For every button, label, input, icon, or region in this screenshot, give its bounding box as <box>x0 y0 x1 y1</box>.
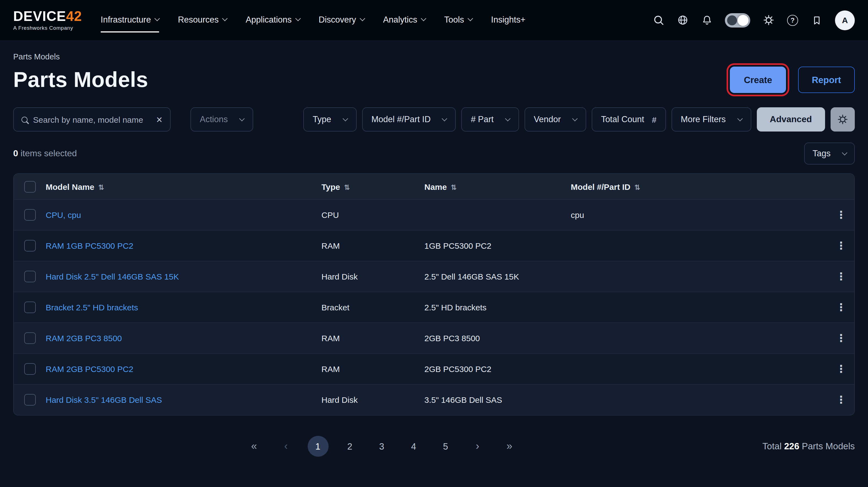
row-menu-cell: ⋮ <box>828 395 854 405</box>
cell-type: Hard Disk <box>321 395 424 404</box>
cell-name: 3.5" 146GB Dell SAS <box>424 395 571 404</box>
avatar[interactable]: A <box>835 10 855 30</box>
search-input[interactable] <box>33 115 151 124</box>
chevron-down-icon <box>239 116 245 121</box>
next-page-button[interactable]: › <box>467 436 488 457</box>
cell-name: 1GB PC5300 PC2 <box>424 241 571 250</box>
main-nav: Infrastructure Resources Applications Di… <box>101 0 525 40</box>
model-name-link[interactable]: RAM 2GB PC3 8500 <box>46 333 122 343</box>
column-header-type[interactable]: Type⇅ <box>321 182 424 191</box>
model-name-link[interactable]: Hard Disk 2.5" Dell 146GB SAS 15K <box>46 272 179 281</box>
row-checkbox[interactable] <box>24 271 35 282</box>
help-icon-glyph: ? <box>787 14 798 26</box>
page-number-button[interactable]: 5 <box>435 436 456 457</box>
search-icon <box>22 117 28 123</box>
select-all-checkbox[interactable] <box>24 181 35 192</box>
nav-item-label: Insights+ <box>491 14 525 25</box>
cell-name: 2.5" Dell 146GB SAS 15K <box>424 272 571 281</box>
kebab-menu-icon[interactable]: ⋮ <box>836 364 846 374</box>
report-button[interactable]: Report <box>798 67 855 93</box>
page-number-button[interactable]: 4 <box>403 436 424 457</box>
title-row: Parts Models Create Report <box>13 67 855 93</box>
nav-item[interactable]: Applications <box>246 8 300 32</box>
row-checkbox[interactable] <box>24 240 35 252</box>
page-number-button[interactable]: 2 <box>339 436 360 457</box>
column-header-part-id[interactable]: Model #/Part ID⇅ <box>571 182 828 191</box>
kebab-menu-icon[interactable]: ⋮ <box>836 302 846 313</box>
model-name-link[interactable]: RAM 1GB PC5300 PC2 <box>46 241 133 250</box>
row-menu-cell: ⋮ <box>828 302 854 313</box>
first-page-button[interactable]: « <box>244 436 265 457</box>
table-row: RAM 2GB PC3 8500 RAM 2GB PC3 8500 ⋮ <box>14 322 854 353</box>
tags-dropdown[interactable]: Tags <box>804 142 855 165</box>
kebab-menu-icon[interactable]: ⋮ <box>836 210 846 220</box>
bookmark-icon[interactable] <box>811 14 823 26</box>
sort-icon[interactable]: ⇅ <box>634 183 641 191</box>
chevron-down-icon <box>468 16 473 21</box>
page-number-button[interactable]: 1 <box>307 436 328 457</box>
help-icon[interactable]: ? <box>786 14 799 26</box>
column-header-name[interactable]: Name⇅ <box>424 182 571 191</box>
filter-dropdown[interactable]: Model #/Part ID <box>362 107 456 132</box>
column-label: Model Name <box>46 182 94 191</box>
row-checkbox-cell <box>14 301 46 313</box>
row-checkbox[interactable] <box>24 332 35 344</box>
page-number-button[interactable]: 3 <box>371 436 392 457</box>
row-checkbox[interactable] <box>24 301 35 313</box>
cell-type: RAM <box>321 333 424 343</box>
bell-icon[interactable] <box>701 14 713 26</box>
table-body: CPU, cpu CPU cpu ⋮ RAM 1GB PC5300 PC2 RA… <box>14 199 854 415</box>
filter-dropdown[interactable]: # Part <box>462 107 519 132</box>
nav-item[interactable]: Discovery <box>319 8 364 32</box>
row-checkbox[interactable] <box>24 363 35 375</box>
nav-item[interactable]: Infrastructure <box>101 8 159 32</box>
column-label: Type <box>321 182 340 191</box>
table-settings-button[interactable] <box>831 107 855 132</box>
cell-type: RAM <box>321 364 424 374</box>
model-name-link[interactable]: Hard Disk 3.5" 146GB Dell SAS <box>46 395 162 404</box>
model-name-link[interactable]: Bracket 2.5" HD brackets <box>46 303 138 312</box>
filter-dropdown[interactable]: Vendor <box>525 107 586 132</box>
nav-item[interactable]: Tools <box>444 8 472 32</box>
sort-icon[interactable]: ⇅ <box>344 183 350 191</box>
model-name-link[interactable]: CPU, cpu <box>46 210 81 220</box>
cell-part-id: cpu <box>571 210 828 220</box>
brand-logo[interactable]: DEVICE42 A Freshworks Company <box>13 9 82 31</box>
breadcrumb[interactable]: Parts Models <box>13 52 855 61</box>
clear-search-icon[interactable]: × <box>156 114 162 125</box>
nav-item[interactable]: Insights+ <box>491 8 525 32</box>
kebab-menu-icon[interactable]: ⋮ <box>836 395 846 405</box>
sort-icon[interactable]: ⇅ <box>451 183 457 191</box>
nav-item-label: Resources <box>178 14 218 25</box>
more-filters-dropdown[interactable]: More Filters <box>671 107 751 132</box>
create-button[interactable]: Create <box>730 67 786 93</box>
prev-page-button[interactable]: ‹ <box>276 436 297 457</box>
cell-type: CPU <box>321 210 424 220</box>
row-checkbox[interactable] <box>24 394 35 405</box>
cell-model-name: RAM 1GB PC5300 PC2 <box>46 241 321 250</box>
actions-dropdown[interactable]: Actions <box>190 107 253 132</box>
nav-item[interactable]: Resources <box>178 8 227 32</box>
row-menu-cell: ⋮ <box>828 240 854 251</box>
total-count-filter[interactable]: Total Count # <box>592 107 666 132</box>
sort-icon[interactable]: ⇅ <box>98 183 104 191</box>
theme-toggle[interactable] <box>725 13 750 27</box>
nav-item-label: Analytics <box>383 14 417 25</box>
chevron-down-icon <box>343 116 348 121</box>
cell-name: 2GB PC3 8500 <box>424 333 571 343</box>
nav-item[interactable]: Analytics <box>383 8 426 32</box>
kebab-menu-icon[interactable]: ⋮ <box>836 271 846 282</box>
filter-dropdown-label: Model #/Part ID <box>372 115 431 124</box>
search-icon[interactable] <box>652 14 664 26</box>
advanced-button[interactable]: Advanced <box>756 107 825 132</box>
column-header-model-name[interactable]: Model Name⇅ <box>46 182 321 191</box>
model-name-link[interactable]: RAM 2GB PC5300 PC2 <box>46 364 133 374</box>
last-page-button[interactable]: » <box>499 436 520 457</box>
globe-icon[interactable] <box>677 14 688 26</box>
kebab-menu-icon[interactable]: ⋮ <box>836 333 846 344</box>
row-checkbox[interactable] <box>24 209 35 221</box>
kebab-menu-icon[interactable]: ⋮ <box>836 240 846 251</box>
filter-dropdown[interactable]: Type <box>303 107 356 132</box>
gear-icon[interactable] <box>762 14 774 26</box>
row-checkbox-cell <box>14 240 46 252</box>
